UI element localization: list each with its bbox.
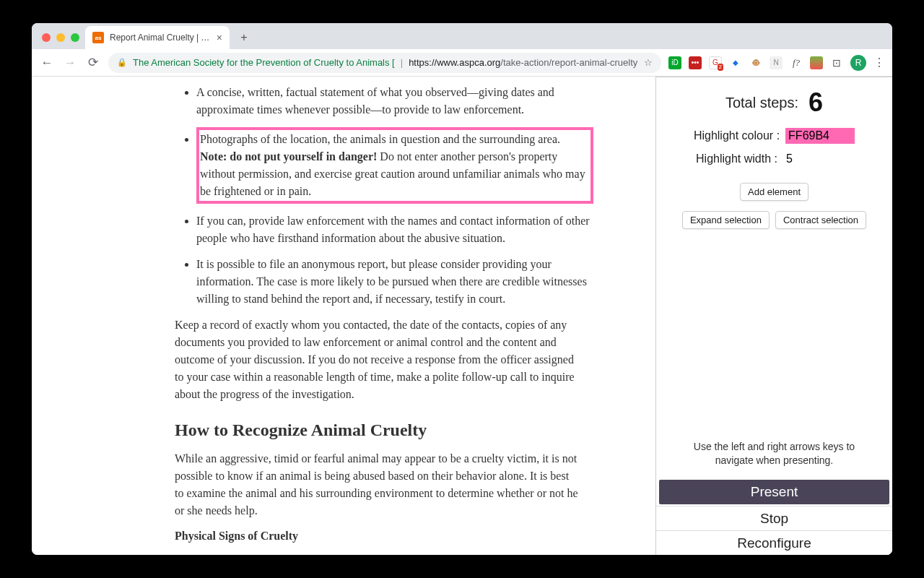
minimize-window-button[interactable]: [56, 33, 65, 42]
reload-button[interactable]: ⟳: [85, 55, 101, 71]
extension-icon[interactable]: f?: [790, 56, 803, 69]
present-button[interactable]: Present: [659, 480, 889, 504]
extension-icon[interactable]: N: [770, 56, 783, 69]
list-item-highlighted[interactable]: Photographs of the location, the animals…: [196, 127, 593, 204]
address-bar[interactable]: 🔒 The American Society for the Preventio…: [108, 53, 661, 73]
paragraph: While an aggressive, timid or fearful an…: [175, 450, 579, 519]
steps-count: 6: [808, 87, 823, 118]
panel-hint: Use the left and right arrows keys to na…: [656, 440, 892, 478]
browser-window: as Report Animal Cruelty | Take A × + ← …: [32, 23, 892, 555]
contract-selection-button[interactable]: Contract selection: [775, 211, 866, 229]
panel-spacer: [656, 239, 892, 440]
extension-icon[interactable]: ◆: [729, 56, 742, 69]
close-tab-button[interactable]: ×: [217, 32, 222, 43]
tab-title: Report Animal Cruelty | Take A: [110, 33, 211, 43]
site-org: The American Society for the Prevention …: [133, 57, 395, 68]
list-item: If you can, provide law enforcement with…: [196, 212, 593, 247]
browser-tab[interactable]: as Report Animal Cruelty | Take A ×: [85, 26, 230, 49]
browser-menu-button[interactable]: ⋮: [873, 56, 885, 69]
extension-icon[interactable]: 🐵: [749, 56, 762, 69]
extension-panel: Total steps: 6 Highlight colour : Highli…: [655, 77, 892, 555]
paragraph: Keep a record of exactly whom you contac…: [175, 316, 579, 403]
reconfigure-button[interactable]: Reconfigure: [656, 530, 892, 555]
content-area: A concise, written, factual statement of…: [32, 77, 892, 555]
profile-avatar[interactable]: R: [850, 55, 866, 71]
window-controls: [39, 33, 85, 49]
highlight-color-label: Highlight colour :: [694, 129, 780, 142]
extension-icon[interactable]: G2: [709, 56, 722, 69]
extension-icon[interactable]: [810, 56, 823, 69]
panel-config: Total steps: 6 Highlight colour : Highli…: [656, 77, 892, 239]
extension-icon[interactable]: iD: [668, 56, 681, 69]
close-window-button[interactable]: [42, 33, 51, 42]
add-element-button[interactable]: Add element: [740, 183, 808, 201]
steps-display: Total steps: 6: [668, 87, 881, 118]
forward-button[interactable]: →: [62, 55, 78, 71]
lock-icon: 🔒: [117, 58, 127, 67]
stop-button[interactable]: Stop: [656, 506, 892, 530]
url-text: https://www.aspca.org/take-action/report…: [409, 57, 637, 68]
bookmark-star-icon[interactable]: ☆: [644, 57, 653, 68]
panel-actions: Present Stop Reconfigure: [656, 478, 892, 555]
back-button[interactable]: ←: [39, 55, 55, 71]
expand-selection-button[interactable]: Expand selection: [682, 211, 770, 229]
highlight-width-input[interactable]: [783, 151, 853, 167]
maximize-window-button[interactable]: [71, 33, 79, 42]
address-separator: |: [401, 57, 403, 68]
list-item: A concise, written, factual statement of…: [196, 84, 593, 118]
steps-label: Total steps:: [725, 95, 798, 111]
extension-icon[interactable]: •••: [689, 56, 702, 69]
extension-icon[interactable]: ⊡: [830, 56, 843, 69]
favicon-icon: as: [92, 32, 104, 43]
new-tab-button[interactable]: +: [234, 27, 254, 48]
extension-icons: iD ••• G2 ◆ 🐵 N f? ⊡: [668, 56, 843, 69]
highlight-color-input[interactable]: [785, 128, 855, 144]
list-item: It is possible to file an anonymous repo…: [196, 256, 593, 308]
tab-bar: as Report Animal Cruelty | Take A × +: [32, 23, 892, 49]
highlight-width-label: Highlight width :: [696, 152, 777, 165]
toolbar: ← → ⟳ 🔒 The American Society for the Pre…: [32, 49, 892, 77]
